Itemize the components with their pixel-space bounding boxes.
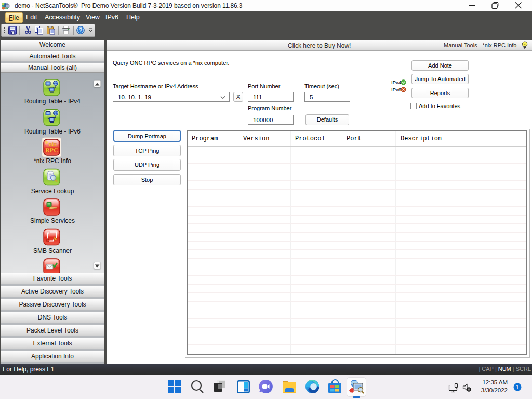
svg-text:12:35 AM: 12:35 AM (482, 379, 508, 385)
svg-text:nix: nix (49, 141, 57, 147)
svg-text:?: ? (79, 27, 83, 33)
svg-text:RPC: RPC (45, 147, 58, 154)
svg-text:1: 1 (516, 384, 519, 390)
svg-text:3/30/2022: 3/30/2022 (481, 387, 508, 393)
